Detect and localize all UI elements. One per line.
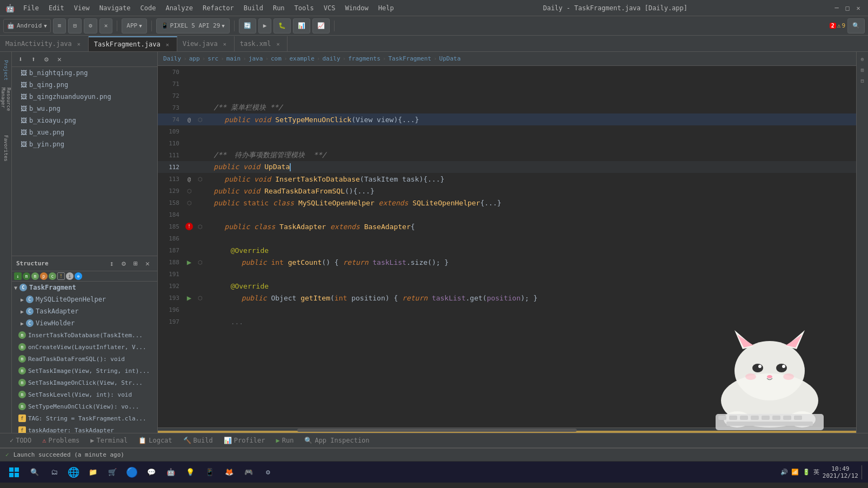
tab-taskxml[interactable]: task.xml ✕ (235, 36, 288, 51)
collapse-all-btn[interactable]: ⊟ (68, 18, 82, 34)
maximize-button[interactable]: □ (843, 4, 852, 12)
bc-example[interactable]: example (290, 55, 315, 62)
show-desktop-btn[interactable] (862, 465, 864, 479)
taskbar-search[interactable]: 🔍 (26, 464, 43, 481)
filter-btn-2[interactable]: m (23, 272, 30, 280)
menu-help[interactable]: Help (374, 3, 398, 13)
tab-app-inspection[interactable]: 🔍 App Inspection (299, 433, 375, 447)
menu-tools[interactable]: Tools (290, 3, 318, 13)
bc-taskfragment[interactable]: TaskFragment (388, 55, 431, 62)
menu-run[interactable]: Run (269, 3, 289, 13)
h-scrollbar[interactable] (158, 427, 856, 433)
right-btn-2[interactable]: ⊞ (858, 65, 867, 75)
filter-btn-1[interactable]: ↓ (14, 272, 22, 280)
taskbar-phone[interactable]: 📱 (201, 464, 218, 481)
build-run-btn[interactable]: ▶ (258, 18, 272, 34)
right-btn-3[interactable]: ⊟ (858, 76, 867, 85)
tab-build[interactable]: 🔨 Build (178, 433, 218, 447)
menu-analyze[interactable]: Analyze (161, 3, 197, 13)
resource-manager-vtab[interactable]: Resource Manager (1, 88, 11, 131)
structure-item-field1[interactable]: f TAG: String = TaskFragment.cla... (12, 412, 157, 424)
file-item[interactable]: 🖼 b_wu.png (12, 103, 157, 115)
taskbar-androidstudio[interactable]: 🤖 (162, 464, 179, 481)
menu-navigate[interactable]: Navigate (95, 3, 135, 13)
file-item[interactable]: 🖼 b_qing.png (12, 79, 157, 91)
tab-problems[interactable]: ⚠ Problems (37, 433, 85, 447)
filter-btn-4[interactable]: p (40, 272, 48, 280)
bc-java[interactable]: java (249, 55, 263, 62)
tab-taskxml-close[interactable]: ✕ (274, 40, 282, 48)
coverage-btn[interactable]: 📊 (293, 18, 310, 34)
taskbar-settings[interactable]: ⚙ (259, 464, 277, 481)
structure-settings-btn[interactable]: ⊞ (130, 258, 141, 269)
sidebar-collapse-btn[interactable]: ⬆ (28, 54, 39, 65)
bc-src[interactable]: src (208, 55, 218, 62)
tab-terminal[interactable]: ▶ Terminal (85, 433, 133, 447)
taskbar-chrome[interactable]: 🔵 (123, 464, 141, 481)
menu-vcs[interactable]: VCS (319, 3, 340, 13)
file-item[interactable]: 🖼 b_xioayu.png (12, 115, 157, 126)
filter-btn-5[interactable]: c (49, 272, 56, 280)
h-scrollbar-thumb[interactable] (297, 429, 577, 432)
sidebar-close-btn[interactable]: ✕ (54, 54, 65, 65)
taskbar-edge[interactable]: 🌐 (65, 464, 82, 481)
taskbar-store[interactable]: 🛒 (104, 464, 121, 481)
tab-mainactivity-close[interactable]: ✕ (75, 40, 83, 48)
favorites-vtab[interactable]: Favorites (1, 132, 11, 164)
tab-view[interactable]: View.java ✕ (177, 36, 235, 51)
bc-com[interactable]: com (271, 55, 282, 62)
bc-fragments[interactable]: fragments (348, 55, 380, 62)
bc-main[interactable]: main (226, 55, 241, 62)
structure-item-method6[interactable]: m SetTaskLevel(View, int): void (12, 389, 157, 400)
menu-code[interactable]: Code (136, 3, 161, 13)
code-area[interactable]: 70 71 72 73 /** 菜单栏模块 **/ (158, 66, 856, 427)
structure-item-method7[interactable]: m SetTypeMenuOnClick(View): vo... (12, 400, 157, 412)
file-item[interactable]: 🖼 b_nightqing.png (12, 67, 157, 79)
structure-item-method5[interactable]: m SetTaskImageOnClick(View, Str... (12, 377, 157, 389)
tab-mainactivity[interactable]: MainActivity.java ✕ (0, 36, 89, 51)
taskbar-game[interactable]: 🎮 (240, 464, 257, 481)
menu-edit[interactable]: Edit (44, 3, 69, 13)
structure-item-method4[interactable]: m SetTaskImage(View, String, int)... (12, 365, 157, 377)
debug-btn[interactable]: 🐛 (273, 18, 291, 34)
search-everywhere-btn[interactable]: 🔍 (847, 18, 865, 34)
structure-close-btn[interactable]: ✕ (142, 258, 153, 269)
close-sidebar-btn[interactable]: ✕ (99, 18, 113, 34)
tab-taskfragment-close[interactable]: ✕ (164, 41, 171, 48)
menu-file[interactable]: File (19, 3, 43, 13)
bc-app[interactable]: app (189, 55, 200, 62)
taskbar-browser[interactable]: 🦊 (221, 464, 238, 481)
structure-item-method3[interactable]: m ReadTaskDataFromSQL(): void (12, 353, 157, 365)
file-item[interactable]: 🖼 b_yin.png (12, 138, 157, 150)
structure-root[interactable]: ▼ C TaskFragment (12, 282, 157, 293)
sidebar-settings-btn[interactable]: ⚙ (41, 54, 52, 65)
bc-daily[interactable]: Daily (163, 55, 181, 62)
bc-daily2[interactable]: daily (322, 55, 340, 62)
start-button[interactable] (4, 463, 24, 482)
menu-refactor[interactable]: Refactor (198, 3, 238, 13)
menu-window[interactable]: Window (340, 3, 372, 13)
menu-view[interactable]: View (70, 3, 94, 13)
file-item[interactable]: 🖼 b_xue.png (12, 126, 157, 138)
sidebar-expand-btn[interactable]: ⬇ (15, 54, 26, 65)
expand-all-btn[interactable]: ≡ (53, 18, 66, 34)
sync-btn[interactable]: 🔄 (239, 18, 256, 34)
structure-item-viewholder[interactable]: ▶ C ViewHolder (12, 317, 157, 329)
structure-item-method2[interactable]: m onCreateView(LayoutInflater, V... (12, 341, 157, 353)
tab-taskfragment[interactable]: TaskFragment.java ✕ (89, 36, 177, 51)
structure-filter-btn[interactable]: ⚙ (118, 258, 129, 269)
structure-item-taskadapter[interactable]: ▶ C TaskAdapter (12, 305, 157, 317)
minimize-button[interactable]: ─ (832, 4, 841, 12)
tab-view-close[interactable]: ✕ (221, 40, 229, 48)
profile-btn[interactable]: 📈 (312, 18, 330, 34)
file-item[interactable]: 🖼 b_qingzhuanduoyun.png (12, 91, 157, 103)
tab-logcat[interactable]: 📋 Logcat (133, 433, 177, 447)
filter-btn-6[interactable]: ! (57, 272, 65, 280)
tab-profiler[interactable]: 📊 Profiler (218, 433, 271, 447)
device-btn[interactable]: 📱 PIXEL 5 API 29 ▼ (156, 18, 230, 34)
taskbar-explorer[interactable]: 📁 (84, 464, 102, 481)
project-vtab[interactable]: Project (1, 54, 11, 86)
taskbar-chat[interactable]: 💬 (143, 464, 160, 481)
bc-updata[interactable]: UpData (439, 55, 461, 62)
filter-btn-3[interactable]: m (31, 272, 39, 280)
